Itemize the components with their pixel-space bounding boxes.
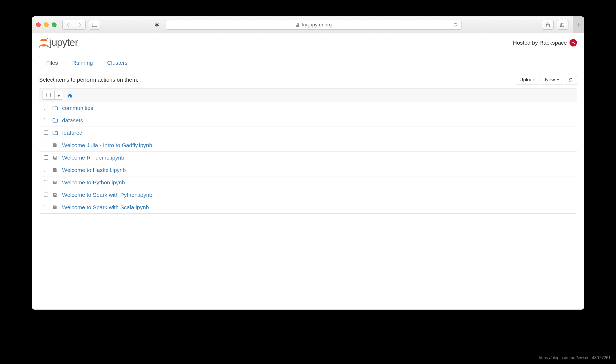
plus-icon [576, 22, 581, 27]
item-checkbox[interactable] [44, 155, 48, 160]
list-item: datasets [39, 114, 577, 127]
list-item: Welcome Julia - Intro to Gadfly.ipynb [39, 139, 577, 151]
svg-point-9 [574, 41, 575, 42]
notebook-icon [53, 143, 58, 148]
list-item: communities [39, 102, 577, 114]
svg-rect-15 [54, 170, 56, 170]
item-link[interactable]: datasets [62, 117, 83, 124]
item-checkbox[interactable] [44, 205, 48, 209]
list-item: Welcome to Haskell.ipynb [39, 164, 577, 176]
upload-label: Upload [520, 77, 535, 83]
url-text: try.jupyter.org [302, 22, 332, 28]
toolbar-buttons: Upload New [516, 75, 577, 85]
tab-bar: Files Running Clusters [39, 56, 577, 70]
lock-icon [296, 23, 300, 27]
window-maximize-button[interactable] [52, 22, 57, 27]
list-item: featured [39, 127, 577, 139]
list-item: Welcome to Spark with Python.ipynb [39, 189, 577, 201]
watermark: https://blog.csdn.net/weixin_43077261 [539, 356, 611, 360]
extension-button[interactable] [151, 20, 163, 30]
item-link[interactable]: Welcome R - demo.ipynb [62, 155, 124, 161]
breadcrumb-home[interactable] [67, 93, 72, 98]
svg-rect-20 [54, 206, 56, 207]
item-link[interactable]: featured [62, 130, 82, 136]
share-icon [546, 22, 550, 27]
item-checkbox[interactable] [44, 118, 48, 122]
jupyter-mark-icon [39, 38, 49, 48]
svg-rect-11 [54, 145, 56, 145]
chevron-down-icon [57, 95, 60, 97]
item-link[interactable]: communities [62, 105, 93, 111]
tabs-button[interactable] [557, 20, 568, 30]
window-controls [36, 22, 57, 27]
address-bar[interactable]: try.jupyter.org [166, 20, 462, 30]
item-link[interactable]: Welcome to Python.ipynb [62, 179, 125, 186]
chevron-down-icon [557, 79, 559, 81]
jupyter-logo[interactable]: jupyter [39, 37, 78, 48]
item-checkbox[interactable] [44, 193, 48, 197]
browser-window: try.jupyter.org jupyter [32, 16, 584, 310]
upload-button[interactable]: Upload [516, 75, 539, 85]
share-button[interactable] [542, 20, 554, 30]
item-link[interactable]: Welcome to Spark with Python.ipynb [62, 192, 152, 198]
svg-rect-17 [54, 182, 56, 183]
select-all-checkbox[interactable] [46, 93, 51, 97]
svg-rect-13 [54, 157, 56, 158]
svg-rect-16 [54, 181, 56, 182]
svg-rect-12 [54, 156, 56, 157]
file-list: communitiesdatasetsfeaturedWelcome Julia… [39, 88, 577, 214]
item-link[interactable]: Welcome to Haskell.ipynb [62, 167, 126, 173]
reload-button[interactable] [453, 22, 458, 27]
new-label: New [545, 77, 555, 83]
svg-rect-19 [54, 194, 56, 195]
svg-rect-0 [92, 23, 97, 27]
item-checkbox[interactable] [44, 180, 48, 184]
jupyter-logo-text: jupyter [50, 37, 78, 48]
item-link[interactable]: Welcome Julia - Intro to Gadfly.ipynb [62, 142, 152, 148]
rackspace-icon [570, 39, 577, 46]
browser-toolbar: try.jupyter.org [32, 16, 584, 33]
hosted-by: Hosted by Rackspace [513, 39, 577, 46]
window-close-button[interactable] [36, 22, 41, 27]
svg-rect-14 [54, 169, 56, 169]
select-all-dropdown[interactable] [43, 91, 63, 100]
back-button[interactable] [62, 20, 74, 30]
main-container: Files Running Clusters Select items to p… [32, 51, 584, 218]
svg-rect-8 [561, 23, 565, 26]
window-minimize-button[interactable] [44, 22, 49, 27]
item-checkbox[interactable] [44, 130, 48, 135]
reload-icon [453, 22, 458, 27]
tab-files[interactable]: Files [39, 56, 65, 70]
asterisk-icon [154, 22, 160, 28]
notebook-icon [53, 193, 58, 197]
list-header [39, 89, 577, 102]
chevron-right-icon [78, 22, 82, 27]
item-link[interactable]: Welcome to Spark with Scala.ipynb [62, 204, 149, 211]
tab-running[interactable]: Running [65, 56, 100, 70]
item-checkbox[interactable] [44, 106, 48, 110]
refresh-button[interactable] [565, 75, 577, 85]
jupyter-header: jupyter Hosted by Rackspace [32, 33, 584, 51]
forward-button[interactable] [74, 20, 86, 30]
sidebar-icon [92, 23, 97, 27]
tabs-icon [560, 23, 565, 27]
new-button[interactable]: New [541, 75, 563, 85]
folder-icon [53, 106, 58, 110]
tab-clusters[interactable]: Clusters [100, 56, 135, 70]
notebook-icon [53, 168, 58, 172]
list-item: Welcome to Spark with Scala.ipynb [39, 201, 577, 213]
chevron-left-icon [66, 22, 70, 27]
notebook-icon [53, 155, 58, 160]
item-checkbox[interactable] [44, 168, 48, 172]
notebook-icon [53, 205, 58, 210]
folder-icon [53, 131, 58, 135]
item-checkbox[interactable] [44, 143, 48, 147]
toolbar: Select items to perform actions on them.… [39, 70, 577, 88]
folder-icon [53, 118, 58, 123]
hosted-by-text: Hosted by Rackspace [513, 40, 567, 46]
notebook-icon [53, 180, 58, 185]
sidebar-toggle-button[interactable] [89, 20, 100, 30]
refresh-icon [569, 78, 573, 82]
new-tab-button[interactable] [573, 16, 584, 33]
page-content: jupyter Hosted by Rackspace Files Runnin… [32, 33, 584, 310]
